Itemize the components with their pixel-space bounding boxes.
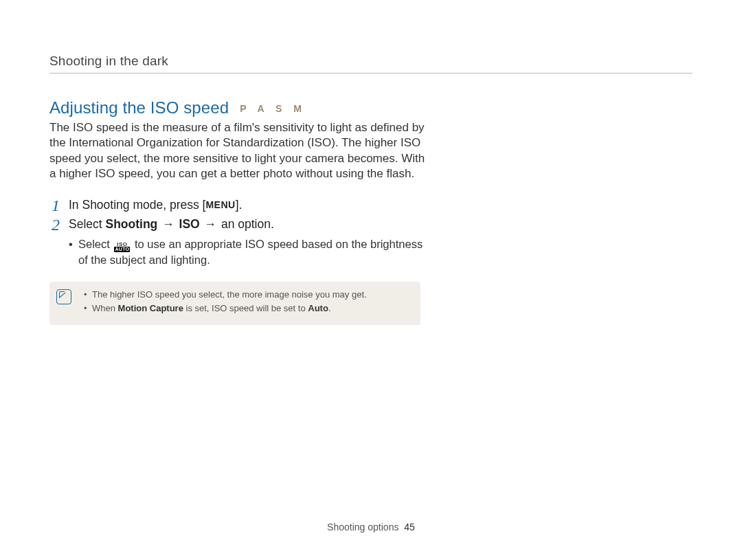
note-text: The higher ISO speed you select, the mor…	[92, 289, 367, 300]
step-body: In Shooting mode, press [MENU].	[69, 197, 434, 214]
iso-auto-icon: ISO AUTO	[114, 243, 130, 252]
nav-path-iso: ISO	[179, 217, 200, 231]
running-head: Shooting in the dark	[49, 54, 693, 74]
arrow-icon: →	[157, 217, 179, 231]
note-mid: is set, ISO speed will be set to	[183, 303, 308, 313]
note-box: The higher ISO speed you select, the mor…	[49, 282, 420, 326]
section-intro: The ISO speed is the measure of a film's…	[49, 120, 434, 182]
section-title: Adjusting the ISO speed	[49, 98, 229, 117]
note-pre: When	[92, 303, 118, 313]
arrow-icon: →	[200, 217, 221, 231]
sub-bullet-pre: Select	[78, 238, 113, 250]
step-1: 1 In Shooting mode, press [MENU].	[49, 197, 434, 214]
iso-auto-icon-bottom: AUTO	[114, 247, 130, 252]
step-text-prefix: In Shooting mode, press [	[69, 198, 205, 212]
note-bullet-list: The higher ISO speed you select, the mor…	[84, 289, 411, 316]
nav-path-shooting: Shooting	[106, 217, 158, 231]
manual-page: Shooting in the dark Adjusting the ISO s…	[0, 0, 742, 560]
page-number: 45	[404, 522, 415, 533]
footer-section: Shooting options	[327, 522, 398, 533]
step-text-suffix: an option.	[221, 217, 274, 231]
note-icon	[56, 289, 71, 304]
note-bullet: The higher ISO speed you select, the mor…	[84, 289, 411, 302]
mode-badges: P A S M	[240, 103, 306, 114]
note-bold: Auto	[308, 303, 328, 313]
step-text-suffix: ].	[236, 198, 243, 212]
step-number: 2	[49, 216, 62, 268]
menu-keycap: MENU	[205, 199, 235, 210]
step-number: 1	[49, 197, 62, 214]
section-heading-row: Adjusting the ISO speed P A S M	[49, 98, 693, 117]
note-bold: Motion Capture	[118, 303, 183, 313]
note-bullet: When Motion Capture is set, ISO speed wi…	[84, 302, 411, 315]
page-footer: Shooting options 45	[0, 522, 742, 533]
sub-bullet-list: Select ISO AUTO to use an appropriate IS…	[69, 236, 434, 267]
step-2: 2 Select Shooting → ISO → an option. Sel…	[49, 216, 434, 268]
step-text-prefix: Select	[69, 217, 106, 231]
sub-bullet: Select ISO AUTO to use an appropriate IS…	[69, 236, 434, 267]
note-post: .	[328, 303, 331, 313]
steps-list: 1 In Shooting mode, press [MENU]. 2 Sele…	[49, 197, 434, 268]
step-body: Select Shooting → ISO → an option. Selec…	[69, 216, 434, 268]
